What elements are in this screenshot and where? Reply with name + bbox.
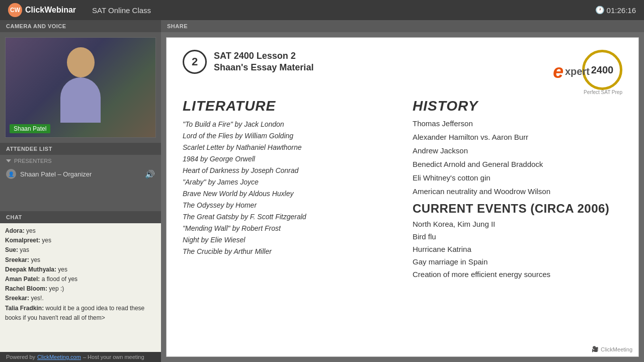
presenters-label: PRESENTERS xyxy=(0,155,161,167)
chat-name: Sreekar: xyxy=(5,295,29,302)
organizer-left: 👤 Shaan Patel – Organizer xyxy=(6,169,92,179)
logo-text: ClickWebinar xyxy=(25,6,76,15)
chat-text: yes xyxy=(40,237,51,244)
history-item: Benedict Arnold and General Braddock xyxy=(413,160,622,168)
user-icon: 👤 xyxy=(6,169,16,179)
literature-item: "Araby" by James Joyce xyxy=(183,178,392,186)
clock-icon: 🕐 xyxy=(595,6,605,15)
literature-items: "To Build a Fire" by Jack LondonLord of … xyxy=(183,120,392,255)
lesson-subtitle-text: Shaan's Essay Material xyxy=(214,62,313,73)
current-items: North Korea, Kim Jung IIBird fluHurrican… xyxy=(413,220,622,279)
presenter-name-badge: Shaan Patel xyxy=(10,124,50,133)
slide-inner: 2 SAT 2400 Lesson 2 Shaan's Essay Materi… xyxy=(167,38,638,356)
attendee-header: ATTENDEE LIST xyxy=(0,143,161,155)
literature-item: Lord of the Flies by William Golding xyxy=(183,132,392,140)
current-item: North Korea, Kim Jung II xyxy=(413,220,622,228)
literature-item: 1984 by George Orwell xyxy=(183,155,392,163)
current-title: CURRENT EVENTS (CIRCA 2006) xyxy=(413,202,622,216)
lesson-title-text: SAT 2400 Lesson 2 xyxy=(214,50,313,62)
attendee-section: ATTENDEE LIST PRESENTERS 👤 Shaan Patel –… xyxy=(0,143,161,211)
current-item: Gay marriage in Spain xyxy=(413,257,622,266)
history-column: HISTORY Thomas JeffersonAlexander Hamilt… xyxy=(413,98,622,283)
chat-section: CHAT Adora: yesKomalpreet: yesSue: yasSr… xyxy=(0,211,161,352)
expert-label: Perfect SAT Prep xyxy=(584,89,622,95)
chat-text: yas xyxy=(18,246,29,253)
chat-message: Rachel Bloom: yep :) xyxy=(5,284,156,294)
person-head xyxy=(67,47,95,77)
chat-message: Adora: yes xyxy=(5,226,156,236)
person-body xyxy=(60,77,101,123)
logo: CW ClickWebinar xyxy=(8,3,76,17)
watermark-text: ClickMeeting xyxy=(601,346,632,352)
chat-name: Sue: xyxy=(5,246,18,253)
lesson-number: 2 xyxy=(192,55,198,68)
lesson-title-block: SAT 2400 Lesson 2 Shaan's Essay Material xyxy=(214,50,313,74)
attendee-empty-space xyxy=(0,181,161,211)
share-header: SHARE xyxy=(161,20,644,32)
logo-icon: CW xyxy=(8,3,22,17)
bottom-suffix: – Host your own meeting xyxy=(83,354,144,360)
powered-by-text: Powered by xyxy=(6,354,35,360)
organizer-name: Shaan Patel – Organizer xyxy=(20,170,92,178)
chat-message: Talia Fradkin: would it be a good idea t… xyxy=(5,304,156,323)
literature-item: The Crucible by Arthur Miller xyxy=(183,247,392,255)
chat-text: yep :) xyxy=(47,285,64,292)
chat-name: Talia Fradkin: xyxy=(5,305,44,312)
literature-item: Heart of Darkness by Joseph Conrad xyxy=(183,166,392,174)
share-panel: SHARE 2 SAT 2400 Lesson 2 Shaan's Essay … xyxy=(161,20,644,362)
lesson-number-circle: 2 xyxy=(183,50,207,74)
person-silhouette xyxy=(55,47,106,128)
camera-feed-inner xyxy=(6,38,155,137)
chat-message: Aman Patel: a flood of yes xyxy=(5,275,156,284)
watermark-icon: 🎥 xyxy=(592,346,599,352)
chat-message: Sreekar: yes!. xyxy=(5,294,156,303)
history-item: Eli Whitney's cotton gin xyxy=(413,173,622,182)
current-item: Creation of more efficient energy source… xyxy=(413,270,622,279)
clickmeeting-watermark: 🎥 ClickMeeting xyxy=(592,346,632,352)
expert-e-text: e xyxy=(553,61,564,82)
chat-text: a flood of yes xyxy=(40,276,77,283)
history-item: Thomas Jefferson xyxy=(413,119,622,128)
current-item: Bird flu xyxy=(413,232,622,241)
class-title: SAT Online Class xyxy=(92,6,151,15)
history-item: American neutrality and Woodrow Wilson xyxy=(413,187,622,196)
timer: 🕐 01:26:16 xyxy=(595,6,636,15)
chat-message: Sue: yas xyxy=(5,245,156,255)
expand-icon xyxy=(6,159,11,162)
chat-text: yes xyxy=(25,227,36,234)
literature-item: Brave New World by Aldous Huxley xyxy=(183,190,392,198)
chat-messages[interactable]: Adora: yesKomalpreet: yesSue: yasSreekar… xyxy=(0,223,161,352)
clickmeeting-link[interactable]: ClickMeeting.com xyxy=(37,354,81,360)
timer-value: 01:26:16 xyxy=(607,6,636,15)
slide-top: 2 SAT 2400 Lesson 2 Shaan's Essay Materi… xyxy=(183,50,622,90)
literature-item: "To Build a Fire" by Jack London xyxy=(183,120,392,128)
chat-text: yes!. xyxy=(29,295,44,302)
chat-text: yes xyxy=(56,266,67,273)
literature-item: The Great Gatsby by F. Scott Fitzgerald xyxy=(183,213,392,221)
organizer-row: 👤 Shaan Patel – Organizer 🔊 xyxy=(0,167,161,181)
speaker-icon: 🔊 xyxy=(145,169,155,179)
expert-number: 2400 xyxy=(591,64,614,76)
literature-item: Scarlet Letter by Nathaniel Hawthorne xyxy=(183,143,392,151)
expert-word: xpert xyxy=(565,66,590,77)
presenters-text: PRESENTERS xyxy=(14,158,52,164)
camera-feed: Shaan Patel xyxy=(5,37,156,138)
history-item: Andrew Jackson xyxy=(413,146,622,155)
topbar-left: CW ClickWebinar SAT Online Class xyxy=(8,3,151,17)
literature-column: LITERATURE "To Build a Fire" by Jack Lon… xyxy=(183,98,392,283)
chat-message: Sreekar: yes xyxy=(5,255,156,265)
slide-content: LITERATURE "To Build a Fire" by Jack Lon… xyxy=(183,98,622,283)
literature-item: Night by Elie Wiesel xyxy=(183,236,392,244)
literature-item: The Odyssey by Homer xyxy=(183,201,392,209)
bottom-bar: Powered by ClickMeeting.com – Host your … xyxy=(0,352,161,362)
chat-name: Adora: xyxy=(5,227,25,234)
current-item: Hurricane Katrina xyxy=(413,245,622,253)
chat-name: Deepak Muthyala: xyxy=(5,266,56,273)
chat-header: CHAT xyxy=(0,211,161,223)
lesson-info: 2 SAT 2400 Lesson 2 Shaan's Essay Materi… xyxy=(183,50,313,74)
chat-text: yes xyxy=(29,256,40,263)
history-title: HISTORY xyxy=(413,98,622,114)
literature-title: LITERATURE xyxy=(183,98,392,114)
camera-section: CAMERA AND VOICE Shaan Patel xyxy=(0,20,161,143)
chat-name: Sreekar: xyxy=(5,256,29,263)
